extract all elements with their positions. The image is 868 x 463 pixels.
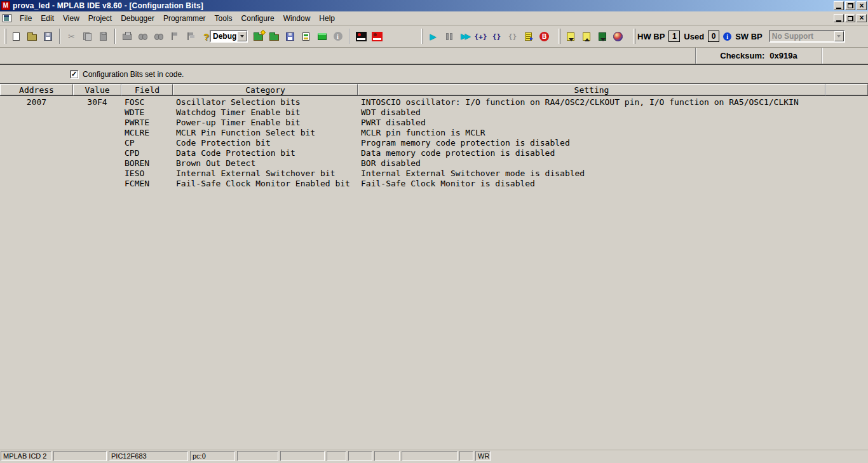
- animate-icon: ▶▶: [461, 32, 468, 40]
- verify-target-button[interactable]: [594, 28, 610, 45]
- table-row: MCLRE MCLR Pin Function Select bit MCLR …: [0, 128, 868, 138]
- cell-field: FOSC: [121, 97, 173, 107]
- cell-setting[interactable]: MCLR pin function is MCLR: [358, 128, 825, 138]
- cell-address: [0, 118, 73, 128]
- build-configuration-dropdown-button[interactable]: [237, 31, 247, 41]
- cell-value: [73, 107, 121, 118]
- make-button[interactable]: [314, 28, 330, 45]
- bookmarks-button[interactable]: [182, 28, 198, 45]
- read-target-button[interactable]: [578, 28, 594, 45]
- config-bits-in-code-checkbox[interactable]: ✓: [70, 70, 78, 78]
- find-button[interactable]: [135, 28, 151, 45]
- cell-category: Watchdog Timer Enable bit: [173, 107, 358, 118]
- child-close-button[interactable]: ×: [857, 14, 867, 22]
- menu-project[interactable]: Project: [84, 13, 116, 24]
- bookmark-button[interactable]: [166, 28, 182, 45]
- animate-button[interactable]: ▶▶: [457, 28, 473, 45]
- sw-bp-count: 0: [708, 31, 719, 42]
- minimize-button[interactable]: [834, 1, 844, 10]
- status-cell: [402, 451, 458, 461]
- hw-bp-label: HW BP: [637, 32, 665, 41]
- child-minimize-button[interactable]: [834, 14, 844, 22]
- status-cell: [53, 451, 107, 461]
- menu-help[interactable]: Help: [315, 13, 339, 24]
- build-options-button[interactable]: [298, 28, 314, 45]
- cell-value: [73, 179, 121, 189]
- cell-address: [0, 148, 73, 158]
- step-into-button[interactable]: {+}: [473, 28, 489, 45]
- cell-setting[interactable]: Program memory code protection is disabl…: [358, 138, 825, 148]
- cell-spacer: [825, 169, 868, 179]
- program-target-button[interactable]: [562, 28, 578, 45]
- config-bits-in-code-label: Configuration Bits set in code.: [83, 70, 184, 79]
- copy-button[interactable]: [79, 28, 95, 45]
- cell-category: Oscillator Selection bits: [173, 97, 358, 107]
- child-restore-button[interactable]: [845, 14, 855, 22]
- reset-button[interactable]: [520, 28, 536, 45]
- menu-programmer[interactable]: Programmer: [159, 13, 210, 24]
- cell-value: [73, 148, 121, 158]
- cell-value: [73, 138, 121, 148]
- header-value: Value: [73, 84, 121, 95]
- save-workspace-button[interactable]: [282, 28, 298, 45]
- status-cell: [237, 451, 278, 461]
- cut-button[interactable]: ✂: [64, 28, 79, 45]
- cell-setting[interactable]: INTOSCIO oscillator: I/O function on RA4…: [358, 97, 825, 107]
- cell-setting[interactable]: Data memory code protection is disabled: [358, 148, 825, 158]
- pause-icon: [446, 33, 452, 40]
- restore-button[interactable]: [845, 1, 855, 10]
- find-next-button[interactable]: [151, 28, 166, 45]
- cell-setting[interactable]: WDT disabled: [358, 107, 825, 118]
- save-file-button[interactable]: [40, 28, 56, 45]
- menu-configure[interactable]: Configure: [237, 13, 279, 24]
- sw-bp-info-icon[interactable]: i: [723, 32, 731, 41]
- menu-view[interactable]: View: [58, 13, 84, 24]
- step-out-button[interactable]: {}: [505, 28, 520, 45]
- open-project-button[interactable]: [266, 28, 282, 45]
- debug-build-button[interactable]: [353, 28, 369, 45]
- standard-toolbar-group: ✂ ?: [3, 25, 214, 47]
- build-info-button[interactable]: i: [330, 28, 346, 45]
- menu-window[interactable]: Window: [279, 13, 315, 24]
- mdi-child-icon[interactable]: [3, 14, 11, 22]
- build-configuration-combo[interactable]: Debug: [210, 30, 248, 43]
- step-over-icon: {}: [492, 32, 501, 41]
- checksum-block: Checksum: 0x919a: [695, 48, 822, 64]
- run-button[interactable]: ▶: [425, 28, 441, 45]
- new-project-button[interactable]: [250, 28, 266, 45]
- close-button[interactable]: ×: [857, 1, 867, 10]
- menu-file[interactable]: File: [15, 13, 36, 24]
- halt-button[interactable]: [441, 28, 457, 45]
- cell-setting[interactable]: Fail-Safe Clock Monitor is disabled: [358, 179, 825, 189]
- cell-field: PWRTE: [121, 118, 173, 128]
- step-over-button[interactable]: {}: [489, 28, 505, 45]
- cell-address: [0, 107, 73, 118]
- cell-field: BOREN: [121, 158, 173, 169]
- menu-debugger[interactable]: Debugger: [116, 13, 159, 24]
- config-table-header: Address Value Field Category Setting: [0, 83, 868, 96]
- make-icon: [318, 33, 327, 40]
- toolbar-grip[interactable]: [559, 29, 560, 44]
- step-out-icon: {}: [508, 32, 517, 41]
- menu-edit[interactable]: Edit: [36, 13, 58, 24]
- print-icon: [123, 34, 132, 40]
- new-file-button[interactable]: [8, 28, 24, 45]
- breakpoints-button[interactable]: B: [536, 28, 552, 45]
- cell-setting[interactable]: BOR disabled: [358, 158, 825, 169]
- open-file-button[interactable]: [24, 28, 40, 45]
- cell-address: [0, 138, 73, 148]
- release-build-button[interactable]: [369, 28, 385, 45]
- cell-setting[interactable]: PWRT disabled: [358, 118, 825, 128]
- toolbar-grip[interactable]: [421, 29, 423, 44]
- blank-check-button[interactable]: [610, 28, 626, 45]
- cell-setting[interactable]: Internal External Switchover mode is dis…: [358, 169, 825, 179]
- paste-button[interactable]: [95, 28, 111, 45]
- toolbar-grip[interactable]: [4, 29, 6, 44]
- menu-tools[interactable]: Tools: [210, 13, 237, 24]
- cell-value: [73, 169, 121, 179]
- run-icon: ▶: [430, 32, 437, 41]
- print-button[interactable]: [119, 28, 135, 45]
- toolbar-grip[interactable]: [634, 29, 635, 44]
- open-folder-icon: [27, 34, 37, 41]
- cell-category: Brown Out Detect: [173, 158, 358, 169]
